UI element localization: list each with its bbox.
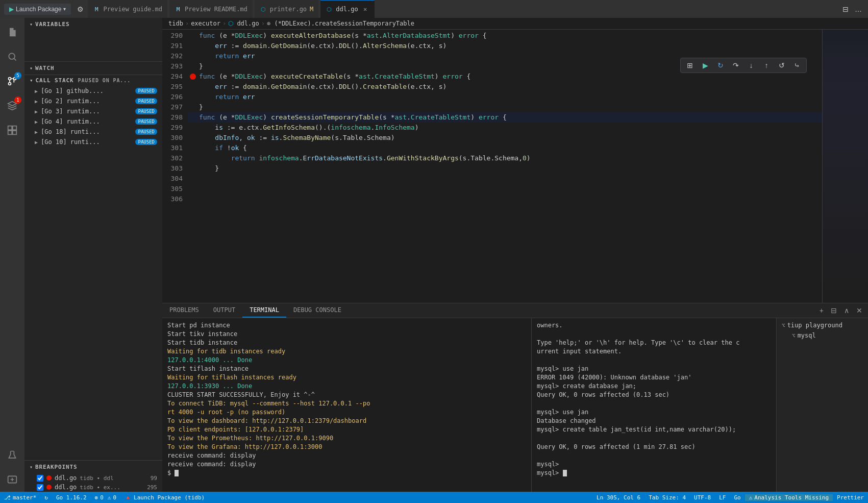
status-language[interactable]: Go [730,494,745,501]
call-stack-item-5[interactable]: ▶ [Go 10] runti... PAUSED [24,137,162,147]
bp-location-1: tidb • ex... [80,484,120,491]
code-line-304: return infoschema.ErrDatabaseNotExists.G… [188,153,822,163]
terminal-sidebar-item-0[interactable]: ⌥ tiup playground [777,320,868,330]
extensions-icon[interactable] [0,118,24,142]
grid-icon[interactable]: ⊞ [683,59,697,71]
remote-explorer-icon[interactable] [0,467,24,492]
status-line-ending[interactable]: LF [715,494,730,501]
more-icon[interactable]: … [853,3,864,15]
settings-icon[interactable]: ⚙ [75,3,86,15]
terminal-main[interactable]: Start pd instance Start tikv instance St… [162,318,531,492]
minimap-visual [823,30,868,303]
term-line-8: CLUSTER START SUCCESSFULLY, Enjoy it ^-^ [167,391,526,399]
tab-problems[interactable]: PROBLEMS [162,303,206,318]
call-stack-header[interactable]: ▾ CALL STACK PAUSED ON PA... [24,75,162,86]
term-line-0: Start pd instance [167,321,526,330]
tab-debug-console[interactable]: DEBUG CONSOLE [286,303,349,318]
call-stack-item-3[interactable]: ▶ [Go 4] runtim... PAUSED [24,116,162,127]
run-debug-badge: 1 [14,97,21,104]
bp-location-0: tidb • ddl [80,475,113,482]
terminal-right[interactable]: owners. Type 'help;' or '\h' for help. T… [531,318,776,492]
play-icon: ▶ [9,6,14,13]
breakpoints-label: BREAKPOINTS [35,464,78,470]
breadcrumb: tidb › executor › ⬡ ddl.go › ⊕ (*DDLExec… [162,18,868,30]
panel-area: PROBLEMS OUTPUT TERMINAL DEBUG CONSOLE +… [162,303,868,492]
tab-ddl[interactable]: ⬡ ddl.go ✕ [320,0,374,18]
step-out-button[interactable]: ↑ [759,59,774,71]
tab-printer[interactable]: ⬡ printer.go M [255,0,318,18]
tab-guide[interactable]: M Preview guide.md [88,0,167,18]
go-icon: ⬡ [260,6,267,13]
close-icon[interactable]: ✕ [361,5,369,13]
tab-output[interactable]: OUTPUT [206,303,242,318]
status-position[interactable]: Ln 305, Col 6 [592,494,644,501]
term-r-10: Database changed [537,417,771,425]
run-debug-icon[interactable]: 1 [0,93,24,118]
titlebar: ▶ Launch Package ▾ ⚙ M Preview guide.md … [0,0,868,18]
call-stack-item-0[interactable]: ▶ [Go 1] github.... PAUSED [24,86,162,96]
step-over-button[interactable]: ↷ [729,59,743,71]
status-analysis-tools[interactable]: ⚠ Analysis Tools Missing [745,494,833,501]
svg-point-2 [9,83,11,85]
add-terminal-button[interactable]: + [817,305,826,316]
tab-terminal[interactable]: TERMINAL [242,303,286,318]
status-encoding[interactable]: UTF-8 [690,494,715,501]
tab-readme[interactable]: M Preview README.md [169,0,253,18]
variables-header[interactable]: ▾ VARIABLES [24,18,162,31]
flask-icon[interactable] [0,443,24,467]
status-go-version[interactable]: Go 1.16.2 [52,494,91,501]
call-stack-item-1[interactable]: ▶ [Go 2] runtim... PAUSED [24,96,162,106]
window-controls: ⊟ … [840,3,864,15]
source-control-badge: 5 [14,72,21,79]
sync-icon: ↻ [44,494,48,501]
bp-checkbox-1[interactable] [37,484,43,491]
paused-badge-5: PAUSED [135,139,157,145]
svg-rect-5 [13,126,17,130]
search-icon[interactable] [0,44,24,69]
close-panel-button[interactable]: ✕ [854,305,865,316]
error-icon: ⊗ [95,494,98,501]
status-left: ⎇ master* ↻ Go 1.16.2 ⊗ 0 ⚠ 0 🔺 Launch P… [0,494,209,501]
breadcrumb-file: ⬡ ddl.go [228,20,259,27]
term-r-1 [537,330,771,339]
breakpoint-0[interactable]: ddl.go tidb • ddl 99 [24,473,162,483]
source-control-icon[interactable]: 5 [0,69,24,93]
status-branch[interactable]: ⎇ master* [0,494,40,501]
call-stack-item-4[interactable]: ▶ [Go 18] runti... PAUSED [24,127,162,137]
split-editor-icon[interactable]: ⊟ [840,3,851,15]
launch-button[interactable]: ▶ Launch Package ▾ [4,4,71,15]
svg-rect-7 [13,131,17,135]
terminal-sidebar-item-1[interactable]: ⌥ mysql [777,330,868,341]
modified-indicator: M [310,6,313,13]
breakpoint-1[interactable]: ddl.go tidb • ex... 295 [24,483,162,492]
status-right: Ln 305, Col 6 Tab Size: 4 UTF-8 LF Go ⚠ … [592,494,868,501]
launch-run-icon: 🔺 [125,494,132,501]
status-errors[interactable]: ⊗ 0 ⚠ 0 [91,494,121,501]
markdown-icon: M [93,6,100,13]
term-line-2: Start tidb instance [167,339,526,347]
explorer-icon[interactable] [0,20,24,44]
watch-header[interactable]: ▾ WATCH [24,62,162,75]
status-launch[interactable]: 🔺 Launch Package (tidb) [120,494,209,501]
paused-badge-2: PAUSED [135,108,157,114]
restart-button[interactable]: ↻ [713,59,728,71]
split-terminal-button[interactable]: ⊟ [828,305,839,316]
language-text: Go [734,494,740,501]
status-tab-size[interactable]: Tab Size: 4 [644,494,690,501]
call-stack-item-2[interactable]: ▶ [Go 3] runtim... PAUSED [24,106,162,116]
term-line-6: Waiting for tiflash instances ready [167,373,526,382]
breakpoints-header[interactable]: ▾ BREAKPOINTS [24,461,162,473]
bp-checkbox-0[interactable] [37,475,43,482]
svg-point-0 [9,53,15,59]
rewind-button[interactable]: ↺ [775,59,789,71]
status-sync[interactable]: ↻ [40,494,52,501]
collapse-panel-button[interactable]: ∧ [841,305,852,316]
breakpoints-section: ▾ BREAKPOINTS ddl.go tidb • ddl 99 ddl.g… [24,460,162,492]
continue-button[interactable]: ▶ [698,59,712,71]
encoding-text: UTF-8 [694,494,711,501]
launch-icon-btn[interactable]: ⤷ [790,59,804,71]
term-r-5: ERROR 1049 (42000): Unknown database 'ja… [537,373,771,382]
step-into-button[interactable]: ↓ [744,59,758,71]
status-prettier[interactable]: Prettier [833,494,868,501]
line-numbers: 290 291 292 293 294 295 296 297 298 299 … [162,30,188,303]
